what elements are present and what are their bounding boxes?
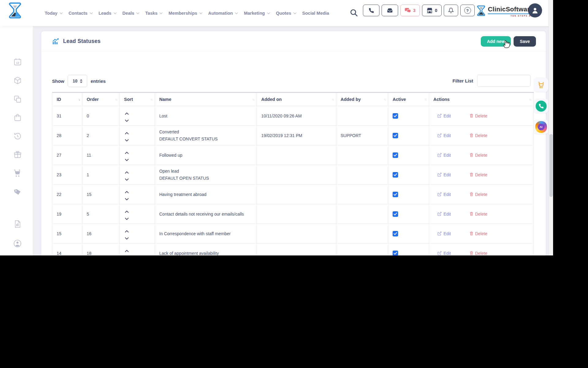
header-added-on[interactable]: Added on (257, 93, 336, 106)
delete-link[interactable]: Delete (470, 133, 487, 138)
sidebar-report-icon[interactable] (13, 219, 22, 229)
nav-label: Automation (208, 11, 233, 16)
move-down-button[interactable] (125, 118, 129, 121)
cell-added-by (336, 165, 388, 185)
sidebar-gift-icon[interactable] (13, 150, 22, 159)
header-active[interactable]: Active (388, 93, 429, 106)
save-button[interactable]: Save (514, 36, 536, 47)
move-up-button[interactable] (125, 170, 129, 172)
table-row: 19 5 Contact details not receiving our e… (52, 204, 534, 224)
delete-link[interactable]: Delete (470, 172, 487, 177)
nav-item-leads[interactable]: Leads (99, 11, 116, 16)
cell-actions: Edit Delete (429, 224, 534, 243)
help-button[interactable]: ? (460, 5, 475, 16)
scrollbar-thumb[interactable] (549, 134, 553, 197)
nav-item-marketing[interactable]: Marketing (244, 11, 269, 16)
phone-button[interactable] (363, 5, 379, 16)
floating-cart-button[interactable] (534, 78, 548, 92)
search-icon[interactable] (350, 9, 358, 18)
chat-bubbles-icon (405, 8, 411, 13)
floating-whatsapp-button[interactable] (534, 99, 548, 113)
sidebar-package-icon[interactable] (13, 75, 22, 85)
header-order[interactable]: Order (82, 93, 120, 106)
move-up-button[interactable] (125, 248, 129, 251)
active-checkbox[interactable] (393, 113, 398, 119)
edit-link[interactable]: Edit (438, 251, 451, 256)
avatar[interactable] (528, 3, 542, 17)
sidebar-history-icon[interactable] (13, 131, 22, 141)
nav-item-today[interactable]: Today (45, 11, 62, 16)
nav-item-deals[interactable]: Deals (123, 11, 139, 16)
edit-link[interactable]: Edit (438, 212, 451, 217)
sidebar-shopping-bag-icon[interactable] (13, 113, 22, 122)
move-down-button[interactable] (125, 236, 129, 238)
move-down-button[interactable] (125, 177, 129, 179)
nav-item-contacts[interactable]: Contacts (69, 11, 92, 16)
header-added-by[interactable]: Added by (336, 93, 388, 106)
nav-item-social-media[interactable]: Social Media (302, 11, 329, 16)
brand-hourglass-icon (477, 5, 486, 17)
edit-link[interactable]: Edit (438, 113, 451, 118)
move-up-button[interactable] (125, 190, 129, 192)
delete-link[interactable]: Delete (470, 231, 487, 236)
cell-added-by: SUPPORT (336, 126, 388, 145)
header-actions[interactable]: Actions (429, 93, 534, 106)
move-down-button[interactable] (125, 197, 129, 199)
nav-item-automation[interactable]: Automation (208, 11, 237, 16)
delete-link[interactable]: Delete (470, 153, 487, 158)
active-checkbox[interactable] (393, 172, 398, 178)
active-checkbox[interactable] (393, 251, 398, 256)
page-size-value: 10 (73, 79, 77, 83)
delete-link[interactable]: Delete (470, 212, 487, 217)
delete-link[interactable]: Delete (470, 192, 487, 197)
cell-sort (120, 185, 155, 204)
store-count-badge: 0 (435, 8, 437, 13)
move-down-button[interactable] (125, 138, 129, 140)
nav-item-memberships[interactable]: Memberships (168, 11, 201, 16)
edit-link[interactable]: Edit (438, 192, 451, 197)
header-id[interactable]: ID (52, 93, 82, 106)
edit-link[interactable]: Edit (438, 153, 451, 158)
active-checkbox[interactable] (393, 192, 398, 197)
move-up-button[interactable] (125, 131, 129, 133)
move-down-button[interactable] (125, 157, 129, 160)
vertical-scrollbar[interactable] (548, 0, 553, 255)
active-checkbox[interactable] (393, 133, 398, 138)
active-checkbox[interactable] (393, 211, 398, 217)
chevron-down-icon (293, 11, 296, 14)
notifications-button[interactable] (444, 5, 458, 16)
store-button[interactable]: 0 (422, 5, 442, 16)
inbox-button[interactable] (382, 5, 398, 16)
header-sort[interactable]: Sort (120, 93, 155, 106)
active-checkbox[interactable] (393, 231, 398, 236)
edit-link[interactable]: Edit (438, 172, 451, 177)
delete-link[interactable]: Delete (470, 113, 487, 118)
nav-item-quotes[interactable]: Quotes (276, 11, 296, 16)
table-row: 14 18 Lack of appointment availability E… (52, 243, 534, 256)
edit-link[interactable]: Edit (438, 133, 451, 138)
move-down-button[interactable] (125, 216, 129, 219)
edit-icon (438, 212, 442, 216)
app-logo-hourglass-icon[interactable] (8, 2, 22, 19)
sidebar-copy-icon[interactable] (13, 94, 22, 104)
move-up-button[interactable] (125, 209, 129, 212)
page-size-select[interactable]: 10 (68, 75, 87, 87)
chat-button[interactable]: 3 (400, 5, 420, 16)
cell-order: 1 (82, 165, 120, 185)
sidebar-cart-icon[interactable] (13, 168, 22, 178)
add-new-button[interactable]: Add new (481, 36, 511, 47)
table-row: 31 0 Lost 10/11/2020 09:26 AM Edit (52, 106, 534, 126)
active-checkbox[interactable] (393, 152, 398, 158)
move-up-button[interactable] (125, 150, 129, 153)
sidebar-calendar-icon[interactable]: 12 (13, 57, 22, 67)
sidebar-tag-icon[interactable] (13, 187, 22, 197)
nav-item-tasks[interactable]: Tasks (145, 11, 162, 16)
delete-link[interactable]: Delete (470, 251, 487, 256)
edit-link[interactable]: Edit (438, 231, 451, 236)
move-up-button[interactable] (125, 229, 129, 231)
sidebar-account-icon[interactable] (13, 239, 22, 248)
header-name[interactable]: Name (155, 93, 257, 106)
move-up-button[interactable] (125, 111, 129, 113)
floating-ai-button[interactable]: AI (534, 120, 548, 134)
filter-list-input[interactable] (477, 75, 530, 86)
